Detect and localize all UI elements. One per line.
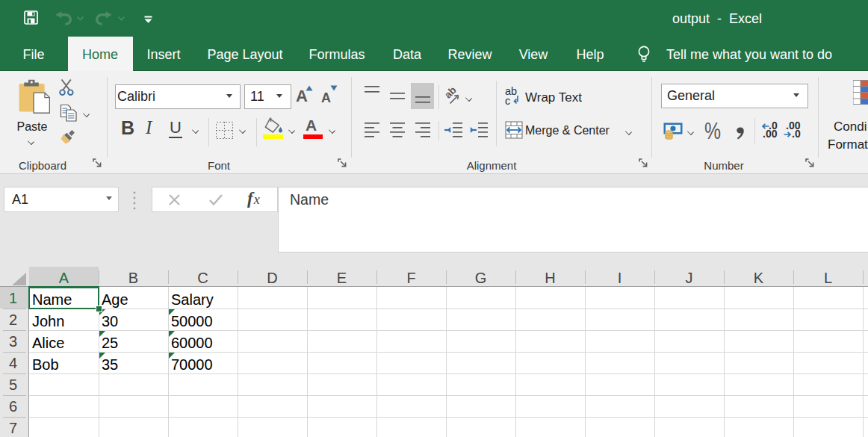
svg-text:c: c [505, 95, 510, 106]
svg-text:ab: ab [445, 87, 459, 101]
